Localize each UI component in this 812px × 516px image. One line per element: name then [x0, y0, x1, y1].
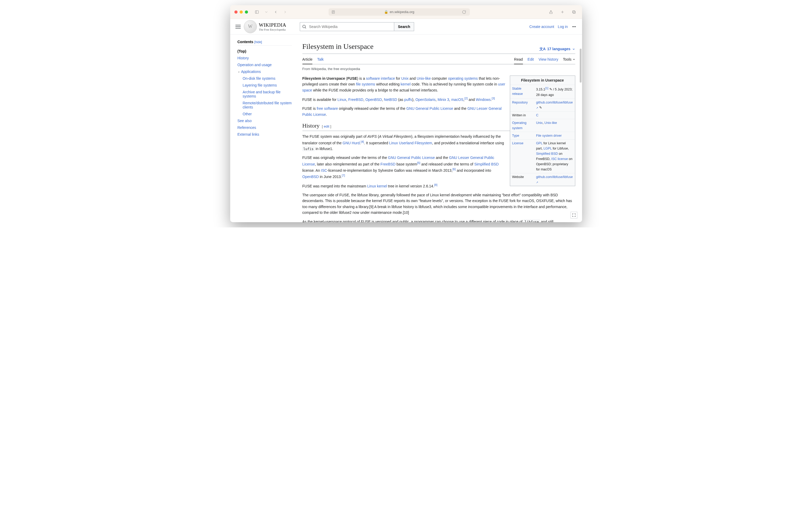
- tab-article[interactable]: Article: [302, 55, 313, 64]
- site-name: Wikipedia: [259, 22, 286, 28]
- log-in-link[interactable]: Log in: [558, 25, 568, 29]
- tab-talk[interactable]: Talk: [317, 55, 324, 64]
- toc-item[interactable]: See also: [237, 117, 292, 124]
- user-links: Create account Log in •••: [529, 24, 577, 29]
- infobox-title: Filesystem in Userspace: [510, 76, 575, 85]
- history-paragraph-5: As the kernel-userspace protocol of FUSE…: [302, 219, 575, 222]
- share-button[interactable]: [547, 8, 555, 16]
- infobox-row-written-in: Written inC: [510, 111, 575, 119]
- reader-mode-button[interactable]: [329, 8, 337, 16]
- new-tab-button[interactable]: [559, 8, 566, 16]
- chevron-down-icon: [572, 48, 575, 51]
- article-subtitle: From Wikipedia, the free encyclopedia: [302, 66, 575, 72]
- tab-read[interactable]: Read: [514, 55, 523, 64]
- toc-hide-toggle[interactable]: [hide]: [254, 40, 262, 44]
- scrollbar[interactable]: [580, 49, 582, 83]
- infobox-row-license: LicenseGPL for Linux kernel part, LGPL f…: [510, 139, 575, 173]
- edit-icon[interactable]: ✎: [539, 106, 542, 110]
- more-menu-button[interactable]: •••: [572, 24, 577, 29]
- main-menu-button[interactable]: [235, 24, 241, 29]
- lock-icon: 🔒: [384, 10, 388, 14]
- site-header: Wikipedia The Free Encyclopedia Search C…: [230, 19, 582, 34]
- tab-view-history[interactable]: View history: [539, 55, 558, 64]
- toc-item[interactable]: (Top): [237, 48, 292, 55]
- minimize-window-button[interactable]: [240, 10, 243, 13]
- toc-heading-label: Contents: [237, 40, 254, 44]
- titlebar-dropdown-button[interactable]: [263, 8, 270, 16]
- browser-titlebar: 🔒 en.wikipedia.org: [230, 5, 582, 19]
- sidebar-toggle-button[interactable]: [253, 8, 261, 16]
- infobox-row-repository: Repositorygithub.com/libfuse/libfuse ✎: [510, 98, 575, 111]
- svg-line-12: [305, 27, 306, 28]
- toc-item[interactable]: Operation and usage: [237, 61, 292, 68]
- create-account-link[interactable]: Create account: [529, 25, 554, 29]
- translate-icon: 文A: [540, 46, 546, 52]
- table-of-contents: Contents [hide] (Top)HistoryOperation an…: [230, 34, 296, 222]
- toc-item[interactable]: References: [237, 124, 292, 131]
- url-host: en.wikipedia.org: [390, 10, 414, 14]
- toc-subitem[interactable]: Remote/distributed file system clients: [237, 99, 292, 111]
- toc-subitem[interactable]: Other: [237, 111, 292, 117]
- site-tagline: The Free Encyclopedia: [259, 28, 286, 31]
- page-tabs: Article Talk Read Edit View history Tool…: [302, 55, 575, 64]
- window-controls: [234, 10, 248, 13]
- tabs-overview-button[interactable]: [570, 8, 578, 16]
- search-icon: [302, 24, 307, 30]
- fullscreen-toggle-button[interactable]: [571, 212, 577, 218]
- search-form: Search: [300, 22, 414, 31]
- toc-subitem[interactable]: On-disk file systems: [237, 75, 292, 82]
- forward-button[interactable]: [282, 8, 289, 16]
- infobox: Filesystem in Userspace Stable release3.…: [510, 75, 575, 186]
- toc-subitem[interactable]: Archive and backup file systems: [237, 89, 292, 99]
- toc-heading: Contents [hide]: [237, 40, 292, 46]
- tools-menu[interactable]: Tools: [563, 55, 575, 64]
- article-content: Filesystem in Userspace 文A 17 languages …: [296, 34, 582, 222]
- edit-section-link[interactable]: edit: [324, 124, 329, 128]
- close-window-button[interactable]: [234, 10, 237, 13]
- language-selector[interactable]: 文A 17 languages: [540, 46, 575, 52]
- edit-icon[interactable]: ✎: [549, 88, 552, 91]
- toc-subitem[interactable]: Layering file systems: [237, 82, 292, 89]
- search-button[interactable]: Search: [394, 22, 414, 31]
- wikipedia-globe-icon: [244, 20, 257, 33]
- toc-item[interactable]: External links: [237, 131, 292, 138]
- infobox-row-type: TypeFile system driver: [510, 132, 575, 139]
- page-title: Filesystem in Userspace 文A 17 languages: [302, 41, 575, 54]
- toc-item[interactable]: History: [237, 55, 292, 61]
- search-input[interactable]: [300, 22, 394, 31]
- history-paragraph-4: The userspace side of FUSE, the libfuse …: [302, 192, 575, 216]
- svg-rect-9: [573, 11, 576, 13]
- svg-point-11: [303, 25, 306, 28]
- chevron-down-icon: [573, 58, 575, 61]
- reload-button[interactable]: [460, 8, 468, 16]
- toc-item[interactable]: Applications: [237, 68, 292, 75]
- infobox-row-stable-release: Stable release3.15.1[1] ✎ / 5 July 2023;…: [510, 85, 575, 98]
- infobox-row-website: Websitegithub.com/libfuse/libfuse: [510, 173, 575, 186]
- svg-rect-0: [255, 10, 258, 13]
- maximize-window-button[interactable]: [245, 10, 248, 13]
- site-logo[interactable]: Wikipedia The Free Encyclopedia: [244, 20, 286, 33]
- svg-rect-10: [573, 10, 575, 13]
- tab-edit[interactable]: Edit: [528, 55, 534, 64]
- address-bar[interactable]: 🔒 en.wikipedia.org: [328, 8, 470, 16]
- infobox-row-os: Operating systemUnix, Unix-like: [510, 119, 575, 132]
- back-button[interactable]: [272, 8, 280, 16]
